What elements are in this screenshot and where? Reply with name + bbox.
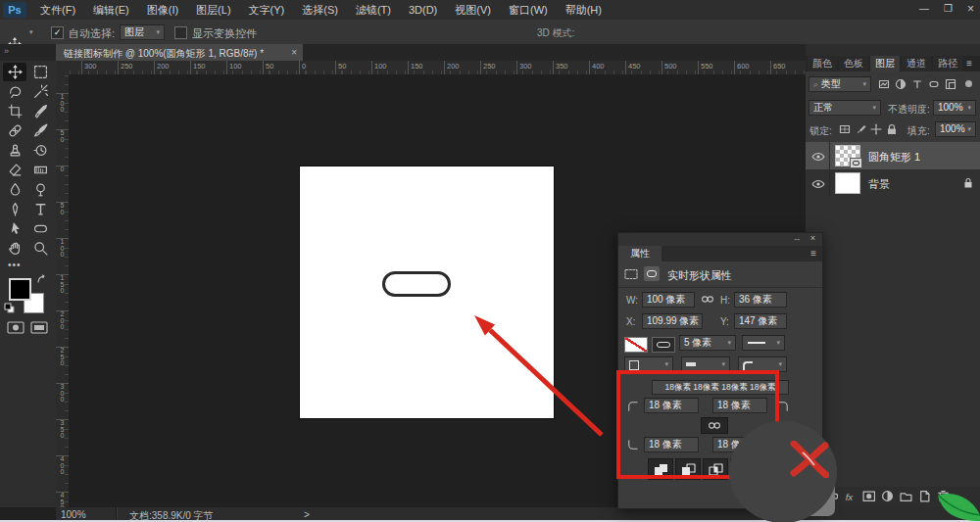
menu-window[interactable]: 窗口(W) bbox=[500, 0, 557, 20]
close-button[interactable]: × bbox=[967, 2, 974, 16]
filter-type-icon[interactable] bbox=[911, 78, 923, 90]
status-expand-icon[interactable]: > bbox=[304, 509, 310, 520]
horizontal-ruler[interactable]: 3002502001501005005010015020025030035040… bbox=[69, 61, 806, 75]
filter-pin-icon[interactable] bbox=[965, 80, 972, 87]
edit-toolbar-icon[interactable]: ••• bbox=[8, 260, 22, 270]
tab-通道[interactable]: 通道 bbox=[902, 56, 931, 71]
visibility-eye-icon[interactable] bbox=[811, 178, 825, 190]
lock-transparent-icon[interactable] bbox=[839, 123, 851, 135]
x-field[interactable]: 109.99 像素 bbox=[642, 313, 703, 329]
menu-select[interactable]: 选择(S) bbox=[293, 0, 347, 20]
layer-row[interactable]: 圆角矩形 1 bbox=[806, 142, 980, 169]
screen-mode-icon[interactable] bbox=[30, 321, 48, 334]
rounded-rectangle-shape[interactable] bbox=[382, 271, 451, 297]
menu-file[interactable]: 文件(F) bbox=[31, 0, 84, 20]
hand-tool[interactable] bbox=[3, 239, 26, 258]
new-layer-icon[interactable] bbox=[918, 490, 931, 502]
menu-view[interactable]: 视图(V) bbox=[446, 0, 500, 20]
adjustment-layer-icon[interactable] bbox=[881, 490, 894, 502]
zoom-tool[interactable] bbox=[28, 239, 52, 258]
default-colors-icon[interactable] bbox=[4, 303, 15, 313]
lock-position-icon[interactable] bbox=[870, 123, 882, 135]
layer-name[interactable]: 圆角矩形 1 bbox=[868, 150, 920, 165]
eyedropper-tool[interactable] bbox=[28, 102, 52, 120]
layer-effects-icon[interactable]: fx bbox=[844, 490, 857, 502]
tab-颜色[interactable]: 颜色 bbox=[808, 56, 837, 71]
ruler-corner[interactable] bbox=[56, 61, 70, 75]
preset-chevron-icon[interactable]: ▾ bbox=[29, 28, 33, 36]
auto-select-checkbox[interactable]: ✓ bbox=[51, 26, 64, 39]
pen-tool[interactable] bbox=[3, 200, 26, 218]
fill-swatch[interactable] bbox=[624, 337, 648, 353]
stroke-swatch[interactable] bbox=[652, 337, 675, 353]
menu-layer[interactable]: 图层(L) bbox=[187, 0, 239, 20]
panel-menu-icon[interactable]: ≡ bbox=[966, 58, 972, 69]
magic-wand-tool[interactable] bbox=[28, 82, 52, 101]
layer-name[interactable]: 背景 bbox=[868, 177, 890, 192]
dodge-tool[interactable] bbox=[28, 180, 52, 199]
filter-type-dropdown[interactable]: ⌕ 类型 ▾ bbox=[808, 76, 871, 92]
quick-mask-icon[interactable] bbox=[7, 321, 24, 334]
layer-group-icon[interactable] bbox=[900, 490, 912, 502]
panel-title-bar[interactable]: ↔ × bbox=[618, 233, 822, 246]
brush-tool[interactable] bbox=[28, 121, 52, 140]
layer-mask-icon[interactable] bbox=[862, 490, 875, 502]
opacity-dropdown[interactable]: 100%▾ bbox=[933, 100, 976, 116]
filter-smartobject-icon[interactable] bbox=[945, 78, 956, 90]
menu-image[interactable]: 图像(I) bbox=[138, 0, 187, 20]
blur-tool[interactable] bbox=[3, 180, 26, 199]
menu-filter[interactable]: 滤镜(T) bbox=[347, 0, 400, 20]
eraser-tool[interactable] bbox=[3, 161, 26, 179]
panel-collapse-icon[interactable]: ↔ bbox=[793, 234, 801, 243]
restore-button[interactable]: ❐ bbox=[944, 3, 953, 14]
show-transform-checkbox[interactable] bbox=[174, 26, 187, 39]
panel-close-icon[interactable]: × bbox=[810, 233, 815, 243]
filter-pixel-icon[interactable] bbox=[878, 78, 890, 90]
document-tab-close-icon[interactable]: × bbox=[291, 47, 297, 58]
visibility-eye-icon[interactable] bbox=[811, 151, 825, 163]
lasso-tool[interactable] bbox=[3, 82, 26, 101]
blend-mode-dropdown[interactable]: 正常▾ bbox=[808, 100, 881, 116]
w-field[interactable]: 100 像素 bbox=[642, 292, 695, 308]
tab-路径[interactable]: 路径 bbox=[933, 56, 962, 71]
gradient-tool[interactable] bbox=[28, 161, 52, 179]
clone-stamp-tool[interactable] bbox=[3, 141, 26, 160]
menu-edit[interactable]: 编辑(E) bbox=[84, 0, 138, 20]
history-brush-tool[interactable] bbox=[28, 141, 52, 160]
menu-threed[interactable]: 3D(D) bbox=[400, 1, 446, 21]
auto-select-dropdown[interactable]: 图层▾ bbox=[120, 24, 165, 40]
menu-help[interactable]: 帮助(H) bbox=[557, 0, 611, 20]
swap-colors-icon[interactable] bbox=[35, 274, 47, 284]
panel-menu-icon[interactable]: ≡ bbox=[810, 248, 816, 259]
fill-dropdown[interactable]: 100%▾ bbox=[935, 121, 976, 137]
marquee-tool[interactable] bbox=[28, 63, 52, 81]
filter-adjustment-icon[interactable] bbox=[895, 78, 906, 90]
move-tool[interactable] bbox=[3, 63, 26, 81]
healing-brush-tool[interactable] bbox=[3, 121, 26, 140]
zoom-level[interactable]: 100% bbox=[61, 509, 86, 520]
stroke-style-dropdown[interactable]: ▾ bbox=[742, 335, 785, 351]
minimize-button[interactable]: — bbox=[919, 3, 929, 14]
document-tab[interactable]: 链接图标制作 @ 100%(圆角矩形 1, RGB/8#) * × bbox=[56, 44, 303, 61]
tab-色板[interactable]: 色板 bbox=[839, 56, 868, 71]
filter-shape-icon[interactable] bbox=[928, 78, 940, 90]
lock-pixels-icon[interactable] bbox=[855, 123, 866, 135]
h-field[interactable]: 36 像素 bbox=[734, 292, 787, 308]
layer-row[interactable]: 背景 bbox=[806, 169, 980, 197]
layer-thumbnail[interactable] bbox=[835, 145, 860, 166]
y-field[interactable]: 147 像素 bbox=[734, 313, 787, 329]
layer-thumbnail[interactable] bbox=[835, 172, 860, 194]
stroke-width-dropdown[interactable]: 5 像素▾ bbox=[679, 335, 736, 351]
vertical-ruler[interactable]: 10050050100150200250300350400450 bbox=[56, 74, 70, 507]
path-select-tool[interactable] bbox=[3, 219, 26, 238]
type-tool[interactable] bbox=[28, 200, 52, 218]
shape-tool[interactable] bbox=[28, 219, 52, 238]
collapse-panels-icon[interactable]: » bbox=[4, 46, 9, 56]
crop-tool[interactable] bbox=[3, 102, 26, 120]
tab-properties[interactable]: 属性 bbox=[618, 246, 662, 261]
tab-图层[interactable]: 图层 bbox=[870, 56, 900, 71]
lock-all-icon[interactable] bbox=[886, 123, 898, 135]
wh-link-icon[interactable] bbox=[701, 295, 714, 304]
foreground-color-swatch[interactable] bbox=[9, 278, 31, 301]
menu-type[interactable]: 文字(Y) bbox=[240, 0, 294, 20]
